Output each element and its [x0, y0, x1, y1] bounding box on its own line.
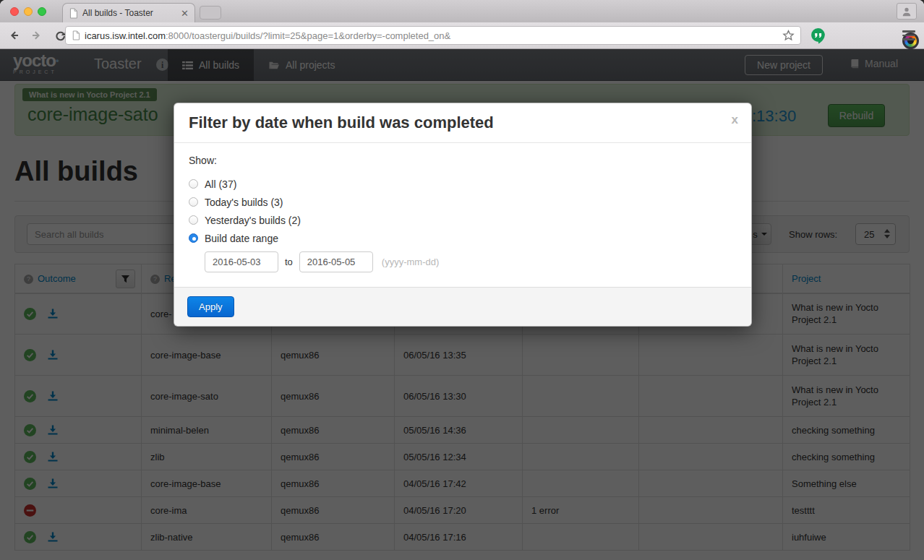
browser-tab[interactable]: All builds - Toaster ✕: [62, 3, 195, 22]
browser-menu-icon[interactable]: [902, 30, 915, 40]
date-from-input[interactable]: [205, 251, 278, 272]
tab-close-icon[interactable]: ✕: [181, 9, 189, 18]
url-bar[interactable]: icarus.isw.intel.com:8000/toastergui/bui…: [65, 26, 801, 45]
date-range-row: to (yyyy-mm-dd): [205, 251, 737, 272]
tab-strip: All builds - Toaster ✕: [0, 0, 924, 22]
url-text: icarus.isw.intel.com:8000/toastergui/bui…: [85, 30, 778, 41]
filter-option-2[interactable]: Yesterday's builds (2): [189, 211, 737, 229]
new-tab-button[interactable]: [200, 6, 221, 20]
minimize-window-button[interactable]: [24, 7, 33, 16]
filter-by-date-modal: Filter by date when build was completed …: [174, 103, 752, 327]
forward-button[interactable]: [27, 26, 46, 45]
browser-window: All builds - Toaster ✕ icarus.isw.intel.…: [0, 0, 924, 560]
to-label: to: [285, 257, 293, 267]
filter-option-3[interactable]: Build date range: [189, 229, 737, 247]
profile-button[interactable]: [897, 3, 917, 20]
browser-toolbar: icarus.isw.intel.com:8000/toastergui/bui…: [0, 22, 924, 49]
filter-option-label: Build date range: [205, 233, 278, 244]
tab-title: All builds - Toaster: [82, 8, 176, 18]
modal-footer: Apply: [174, 287, 751, 326]
bookmark-star-icon[interactable]: [782, 30, 795, 42]
radio-button[interactable]: [189, 215, 198, 225]
close-window-button[interactable]: [10, 7, 19, 16]
page-document-icon: [72, 30, 80, 40]
page-viewport: yocto• PROJECT Toaster i All builds: [0, 49, 924, 560]
show-label: Show:: [189, 155, 737, 166]
filter-option-label: Today's builds (3): [205, 197, 283, 208]
hangouts-extension-icon[interactable]: [810, 27, 826, 44]
back-button[interactable]: [4, 26, 23, 45]
modal-title: Filter by date when build was completed: [189, 113, 494, 132]
radio-button[interactable]: [189, 233, 198, 243]
modal-close-button[interactable]: x: [732, 113, 738, 127]
date-format-hint: (yyyy-mm-dd): [382, 257, 439, 267]
tab-favicon-document-icon: [69, 8, 78, 19]
filter-option-label: All (37): [205, 178, 236, 190]
filter-option-1[interactable]: Today's builds (3): [189, 193, 737, 211]
person-icon: [902, 7, 912, 17]
zoom-window-button[interactable]: [38, 7, 46, 16]
apply-button[interactable]: Apply: [187, 296, 234, 317]
modal-header: Filter by date when build was completed …: [174, 103, 751, 143]
modal-body: Show: All (37)Today's builds (3)Yesterda…: [174, 143, 751, 287]
radio-button[interactable]: [189, 179, 198, 189]
filter-option-0[interactable]: All (37): [189, 175, 737, 193]
filter-option-label: Yesterday's builds (2): [205, 215, 301, 226]
radio-button[interactable]: [189, 197, 198, 207]
date-to-input[interactable]: [299, 251, 373, 272]
